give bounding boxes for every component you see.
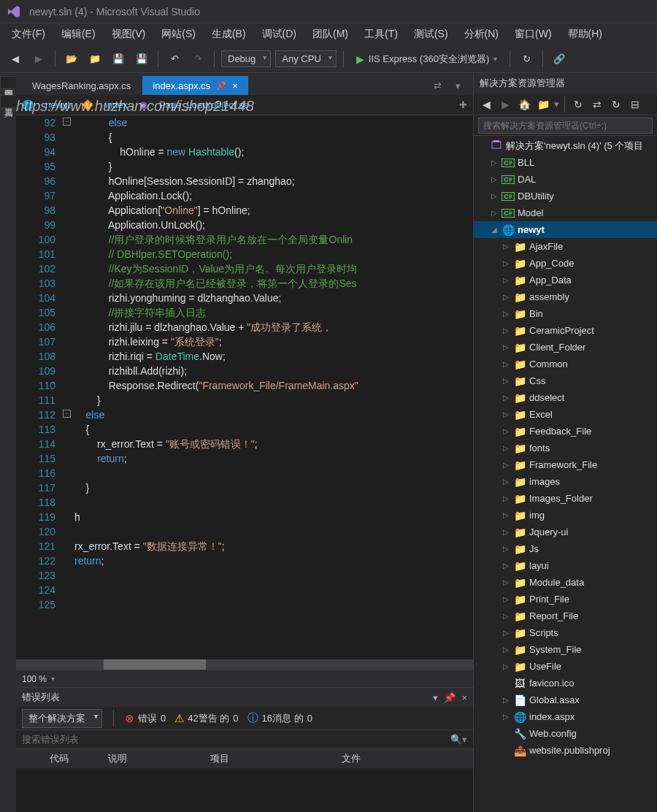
new-project-icon[interactable]: 📂	[62, 50, 81, 69]
menu-D[interactable]: 调试(D)	[255, 25, 304, 44]
tree-node-websitepublishproj[interactable]: 📤website.publishproj	[474, 742, 657, 759]
tree-node-indexaspx[interactable]: ▷🌐index.aspx	[474, 708, 657, 725]
tree-node-Jqueryui[interactable]: ▷📁Jquery-ui	[474, 524, 657, 540]
tree-node-layui[interactable]: ▷📁layui	[474, 557, 657, 574]
tree-node-Scripts[interactable]: ▷📁Scripts	[474, 624, 657, 641]
expander-icon[interactable]: ▷	[502, 394, 510, 402]
menu-H[interactable]: 帮助(H)	[561, 25, 610, 44]
tree-node-Bin[interactable]: ▷📁Bin	[474, 305, 657, 322]
errors-filter[interactable]: ⊗ 错误 0	[125, 712, 166, 725]
expander-icon[interactable]: ▷	[502, 545, 510, 553]
scope-dropdown[interactable]: 整个解决方案	[22, 709, 102, 728]
expander-icon[interactable]: ▷	[502, 528, 510, 536]
tree-node-DAL[interactable]: ▷C#DAL	[474, 171, 657, 188]
expander-icon[interactable]: ▷	[502, 461, 510, 469]
refresh-icon[interactable]: ↻	[517, 50, 536, 69]
method-dropdown[interactable]: Page_Load(object se	[153, 98, 255, 112]
menu-S[interactable]: 网站(S)	[154, 25, 203, 44]
tree-node-Globalasax[interactable]: ▷📄Global.asax	[474, 692, 657, 708]
expander-icon[interactable]: ▷	[502, 511, 510, 519]
tree-node-Model[interactable]: ▷C#Model	[474, 204, 657, 221]
tree-node-BLL[interactable]: ▷C#BLL	[474, 154, 657, 171]
tree-node-faviconico[interactable]: 🖼favicon.ico	[474, 675, 657, 692]
tree-node-Report_File[interactable]: ▷📁Report_File	[474, 608, 657, 624]
rail-tab[interactable]: 服务器资源管理器	[0, 76, 17, 89]
nav-fwd-icon[interactable]: ▶	[29, 50, 48, 69]
menu-N[interactable]: 分析(N)	[457, 25, 506, 44]
expander-icon[interactable]: ▷	[502, 595, 510, 603]
expander-icon[interactable]: ▷	[502, 360, 510, 368]
config-dropdown[interactable]: Debug	[221, 50, 271, 67]
error-search-input[interactable]	[22, 734, 450, 745]
expander-icon[interactable]: ▷	[502, 427, 510, 435]
tree-node-System_File[interactable]: ▷📁System_File	[474, 641, 657, 658]
solution-search-input[interactable]	[478, 118, 653, 134]
tab-wagesranking[interactable]: WagesRanking.aspx.cs	[22, 76, 141, 95]
expander-icon[interactable]: ▷	[502, 444, 510, 452]
expander-icon[interactable]: ▷	[502, 293, 510, 301]
tree-node-Client_Folder[interactable]: ▷📁Client_Folder	[474, 339, 657, 356]
messages-filter[interactable]: ⓘ 16消息 的 0	[247, 711, 312, 725]
tab-overflow-icon[interactable]: ⇄	[428, 76, 447, 95]
expander-icon[interactable]: ▷	[502, 343, 510, 351]
expander-icon[interactable]: ▷	[490, 175, 499, 183]
expander-icon[interactable]: ▷	[502, 410, 510, 418]
tab-index-active[interactable]: index.aspx.cs 📌 ×	[142, 76, 247, 95]
tree-node-fonts[interactable]: ▷📁fonts	[474, 440, 657, 456]
expander-icon[interactable]: ▷	[502, 377, 510, 385]
panel-close-icon[interactable]: ×	[461, 692, 467, 703]
tree-node-CeramicProject[interactable]: ▷📁CeramicProject	[474, 322, 657, 339]
class-dropdown[interactable]: index	[99, 98, 134, 112]
zoom-dropdown[interactable]: 100 %	[22, 674, 47, 684]
solution-tree[interactable]: 解决方案'newyt.sln (4)' (5 个项目▷C#BLL▷C#DAL▷C…	[474, 136, 657, 812]
tree-node-Css[interactable]: ▷📁Css	[474, 372, 657, 389]
expander-icon[interactable]: ▷	[502, 326, 510, 334]
expander-icon[interactable]: ▷	[502, 646, 510, 654]
expander-icon[interactable]: ▷	[502, 713, 510, 721]
expander-icon[interactable]: ▷	[502, 494, 510, 502]
menu-M[interactable]: 团队(M)	[305, 25, 356, 44]
menu-F[interactable]: 文件(F)	[4, 25, 53, 44]
sync-icon[interactable]: 📁	[535, 96, 551, 112]
expander-icon[interactable]: ▷	[490, 192, 499, 200]
back-icon[interactable]: ◀	[478, 96, 494, 112]
tree-node-Images_Folder[interactable]: ▷📁Images_Folder	[474, 490, 657, 507]
tree-node-App_Data[interactable]: ▷📁App_Data	[474, 272, 657, 288]
panel-dropdown-icon[interactable]: ▾	[433, 692, 438, 703]
tree-node-AjaxFile[interactable]: ▷📁AjaxFile	[474, 238, 657, 255]
close-icon[interactable]: ×	[232, 80, 238, 91]
tree-node-Webconfig[interactable]: 🔧Web.config	[474, 725, 657, 742]
split-icon[interactable]: ✚	[459, 99, 467, 110]
col-header[interactable]: 说明	[102, 752, 204, 765]
fwd-icon[interactable]: ▶	[497, 96, 513, 112]
panel-pin-icon[interactable]: 📌	[444, 692, 456, 703]
namespace-dropdown[interactable]: newyt	[39, 98, 76, 112]
undo-icon[interactable]: ↶	[165, 50, 184, 69]
nav-back-icon[interactable]: ◀	[6, 50, 25, 69]
tab-dropdown-icon[interactable]: ▾	[448, 76, 467, 95]
platform-dropdown[interactable]: Any CPU	[275, 50, 336, 67]
tree-node-images[interactable]: ▷📁images	[474, 473, 657, 490]
home-icon[interactable]: 🏠	[516, 96, 532, 112]
expander-icon[interactable]: ▷	[502, 612, 510, 620]
col-header[interactable]: 项目	[204, 752, 336, 765]
warnings-filter[interactable]: ⚠ 42警告 的 0	[174, 712, 238, 725]
fold-minus-icon[interactable]: −	[63, 118, 71, 126]
save-all-icon[interactable]: 💾	[132, 50, 151, 69]
expander-icon[interactable]: ▷	[502, 629, 510, 637]
tree-node-DBUtility[interactable]: ▷C#DBUtility	[474, 188, 657, 204]
expander-icon[interactable]: ▷	[502, 478, 510, 486]
fold-minus-icon[interactable]: −	[63, 410, 71, 418]
tree-node-newytsln45[interactable]: 解决方案'newyt.sln (4)' (5 个项目	[474, 137, 657, 154]
tree-node-newyt[interactable]: ◢🌐newyt	[474, 221, 657, 238]
expander-icon[interactable]: ▷	[502, 562, 510, 570]
expander-icon[interactable]: ▷	[502, 696, 510, 704]
tree-node-img[interactable]: ▷📁img	[474, 507, 657, 524]
open-file-icon[interactable]: 📁	[85, 50, 104, 69]
pin-icon[interactable]: 📌	[216, 81, 226, 91]
menu-T[interactable]: 工具(T)	[357, 25, 405, 44]
col-header[interactable]: 文件	[336, 752, 366, 765]
tree-node-Print_File[interactable]: ▷📁Print_File	[474, 591, 657, 608]
horizontal-scrollbar[interactable]	[16, 659, 473, 670]
tree-node-Feedback_File[interactable]: ▷📁Feedback_File	[474, 423, 657, 440]
